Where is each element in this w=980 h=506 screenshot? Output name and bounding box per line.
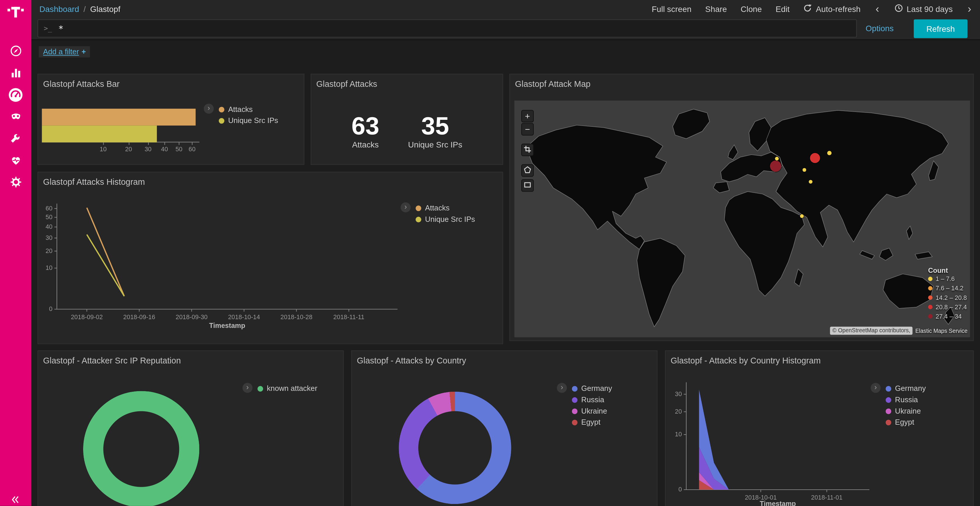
svg-text:2018-11-01: 2018-11-01 [811, 494, 843, 501]
sidebar-item-security[interactable] [0, 107, 31, 128]
sidebar-item-monitoring[interactable] [0, 151, 31, 172]
legend-toggle-icon[interactable]: › [870, 383, 881, 393]
dashboard-gauge-icon [8, 87, 23, 105]
legend-item[interactable]: Attacks [219, 104, 278, 115]
map-bubble [775, 157, 779, 160]
legend-color-dot [572, 419, 578, 425]
legend-items: GermanyRussiaUkraineEgypt [572, 383, 612, 428]
svg-text:2018-09-02: 2018-09-02 [71, 314, 103, 320]
legend-item[interactable]: Ukraine [572, 405, 612, 417]
breadcrumb: Dashboard / Glastopf [31, 4, 121, 13]
legend-toggle-icon[interactable]: › [557, 383, 567, 393]
query-value: * [58, 23, 64, 33]
legend-label: Unique Src IPs [228, 116, 278, 125]
legend-toggle-icon[interactable]: › [242, 383, 252, 393]
legend-item[interactable]: Germany [886, 383, 926, 394]
panel-country-histogram: Glastopf - Attacks by Country Histogram … [665, 351, 974, 506]
sidebar-item-dashboard[interactable] [0, 85, 31, 107]
breadcrumb-dashboard-link[interactable]: Dashboard [40, 4, 79, 13]
legend-range-label: 14.2 – 20.8 [935, 294, 967, 301]
time-forward-chevron[interactable]: › [967, 3, 973, 14]
metric-value: 35 [408, 112, 462, 139]
clock-icon [894, 3, 903, 14]
legend-color-dot [572, 397, 578, 403]
query-options-link[interactable]: Options [865, 17, 894, 40]
svg-text:2018-10-28: 2018-10-28 [281, 314, 313, 320]
panel-attack-map: Glastopf Attack Map [509, 74, 974, 341]
panel-title: Glastopf Attacks Bar [38, 75, 304, 89]
legend-color-dot [928, 305, 932, 309]
share-button[interactable]: Share [705, 4, 727, 13]
legend-toggle-icon[interactable]: › [401, 202, 410, 212]
map-legend-title: Count [928, 267, 967, 274]
auto-refresh-button[interactable]: Auto-refresh [803, 3, 861, 14]
legend-item[interactable]: Germany [572, 383, 612, 394]
wrench-icon [10, 133, 21, 146]
attacks-histogram-chart[interactable]: 01020304050602018-09-022018-09-162018-09… [38, 172, 504, 344]
svg-text:40: 40 [46, 223, 52, 230]
legend-item[interactable]: Unique Src IPs [415, 214, 475, 225]
telekom-logo[interactable] [7, 3, 24, 19]
svg-text:60: 60 [46, 205, 52, 212]
osm-attribution[interactable]: © OpenStreetMap contributors, [830, 327, 913, 335]
legend-color-dot [219, 118, 224, 123]
country-legend: › GermanyRussiaUkraineEgypt [557, 383, 612, 428]
legend-toggle-icon[interactable]: › [204, 104, 214, 114]
time-range-picker[interactable]: Last 90 days [894, 3, 953, 14]
country-donut-chart[interactable] [399, 392, 511, 504]
sidebar-nav [0, 41, 31, 194]
reputation-donut-chart[interactable] [83, 391, 199, 506]
legend-item[interactable]: Unique Src IPs [219, 115, 278, 126]
legend-label: known attacker [267, 384, 317, 393]
legend-item[interactable]: Russia [572, 394, 612, 405]
legend-item[interactable]: Egypt [886, 417, 926, 428]
polygon-icon [524, 165, 531, 176]
compass-icon [10, 45, 22, 59]
legend-item[interactable]: known attacker [258, 383, 317, 394]
time-back-chevron[interactable]: ‹ [874, 3, 881, 14]
legend-item[interactable]: Attacks [415, 202, 475, 214]
map-legend-row: 20.8 – 27.4 [928, 302, 967, 312]
sidebar-collapse-button[interactable] [0, 493, 31, 506]
legend-color-dot [572, 385, 578, 391]
clone-button[interactable]: Clone [741, 4, 762, 13]
attacks-bar-chart[interactable] [42, 109, 199, 143]
svg-text:20: 20 [675, 408, 682, 415]
polygon-select-button[interactable] [521, 164, 534, 177]
fit-bounds-button[interactable] [521, 144, 534, 156]
zoom-in-button[interactable]: + [521, 110, 534, 122]
rectangle-select-button[interactable] [521, 179, 534, 192]
sidebar-item-visualize[interactable] [0, 63, 31, 85]
sidebar-item-management[interactable] [0, 172, 31, 194]
legend-label: Ukraine [581, 407, 607, 416]
bar-chart-icon [10, 67, 22, 81]
axis-tick-label: 40 [161, 146, 168, 152]
attack-map[interactable]: + − [514, 101, 970, 337]
full-screen-button[interactable]: Full screen [652, 4, 691, 13]
axis-tick [164, 143, 165, 145]
edit-button[interactable]: Edit [776, 4, 789, 13]
legend-item[interactable]: Egypt [572, 417, 612, 428]
refresh-button[interactable]: Refresh [914, 19, 967, 38]
crop-icon [524, 144, 531, 155]
country-histogram-chart[interactable]: 01020302018-10-012018-11-01Timestamp [666, 351, 974, 506]
breadcrumb-separator: / [83, 4, 86, 13]
sidebar-item-discover[interactable] [0, 41, 31, 63]
topbar-actions: Full screen Share Clone Edit Auto-refres… [652, 3, 980, 14]
legend-range-label: 20.8 – 27.4 [935, 303, 967, 311]
legend-color-dot [886, 408, 891, 414]
search-query-input[interactable]: >_ * [38, 19, 857, 37]
legend-range-label: 7.6 – 14.2 [935, 285, 963, 292]
ems-attribution[interactable]: Elastic Maps Service [915, 328, 967, 334]
refresh-cycle-icon [803, 3, 812, 14]
map-legend-rows: 1 – 7.67.6 – 14.214.2 – 20.820.8 – 27.42… [928, 274, 967, 321]
plus-icon: + [81, 48, 86, 56]
zoom-out-button[interactable]: − [521, 123, 534, 136]
svg-text:Timestamp: Timestamp [209, 322, 245, 329]
metric-value: 63 [352, 112, 379, 139]
add-filter-button[interactable]: Add a filter+ [39, 46, 91, 58]
sidebar-item-tools[interactable] [0, 128, 31, 151]
legend-color-dot [886, 419, 891, 425]
legend-item[interactable]: Russia [886, 394, 926, 405]
legend-item[interactable]: Ukraine [886, 405, 926, 417]
